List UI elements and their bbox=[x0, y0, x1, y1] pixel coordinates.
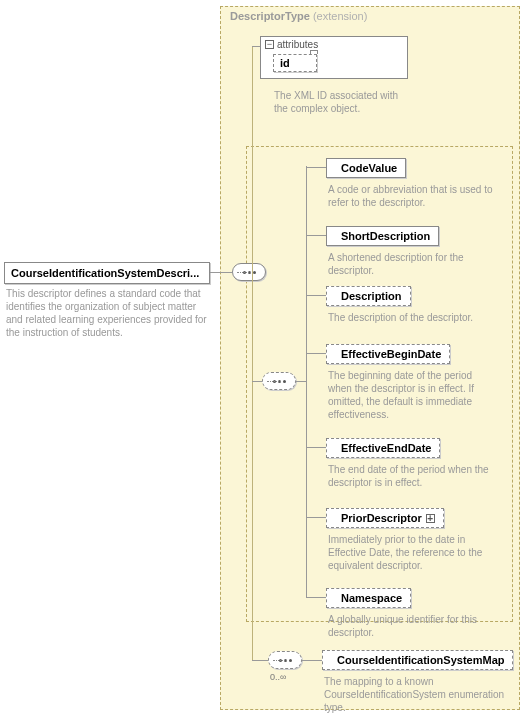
attributes-group[interactable]: − attributes id bbox=[260, 36, 408, 79]
element-courseidentificationsystemmap[interactable]: CourseIdentificationSystemMap The mappin… bbox=[322, 650, 518, 713]
connector bbox=[302, 660, 322, 661]
connector bbox=[306, 517, 326, 518]
connector bbox=[210, 272, 232, 273]
attribute-id-desc: The XML ID associated with the complex o… bbox=[272, 89, 412, 115]
connector bbox=[306, 295, 326, 296]
root-element-desc: This descriptor defines a standard code … bbox=[4, 287, 210, 339]
multiplicity-label: 0..∞ bbox=[270, 672, 286, 682]
root-element-label: CourseIdentificationSystemDescri... bbox=[4, 262, 210, 284]
connector bbox=[252, 660, 268, 661]
connector bbox=[252, 46, 260, 47]
element-label: EffectiveBeginDate bbox=[341, 348, 441, 360]
element-label: PriorDescriptor bbox=[341, 512, 422, 524]
element-label: CodeValue bbox=[341, 162, 397, 174]
element-desc: A code or abbreviation that is used to r… bbox=[326, 183, 496, 209]
extension-type-name: DescriptorType bbox=[230, 10, 310, 22]
extension-suffix: (extension) bbox=[313, 10, 367, 22]
element-label: EffectiveEndDate bbox=[341, 442, 431, 454]
element-label: Description bbox=[341, 290, 402, 302]
element-effectiveenddate[interactable]: EffectiveEndDate The end date of the per… bbox=[326, 438, 496, 489]
element-desc: The mapping to a known CourseIdentificat… bbox=[322, 675, 508, 713]
sequence-compositor-outer[interactable] bbox=[232, 263, 266, 281]
element-desc: Immediately prior to the date in Effecti… bbox=[326, 533, 496, 572]
connector bbox=[306, 235, 326, 236]
sequence-compositor-tail[interactable] bbox=[268, 651, 302, 669]
element-desc: The description of the descriptor. bbox=[326, 311, 496, 324]
element-effectivebegindate[interactable]: EffectiveBeginDate The beginning date of… bbox=[326, 344, 496, 421]
element-label: Namespace bbox=[341, 592, 402, 604]
root-element[interactable]: CourseIdentificationSystemDescri... This… bbox=[4, 262, 210, 339]
element-desc: A shortened description for the descript… bbox=[326, 251, 496, 277]
connector bbox=[306, 447, 326, 448]
connector bbox=[306, 167, 326, 168]
attributes-header: − attributes bbox=[265, 39, 403, 50]
element-desc: The end date of the period when the desc… bbox=[326, 463, 496, 489]
attributes-label: attributes bbox=[277, 39, 318, 50]
extension-label: DescriptorType (extension) bbox=[230, 10, 367, 22]
element-desc: The beginning date of the period when th… bbox=[326, 369, 496, 421]
connector bbox=[306, 597, 326, 598]
attribute-id-label: id bbox=[273, 54, 317, 72]
sequence-compositor-inner[interactable] bbox=[262, 372, 296, 390]
element-codevalue[interactable]: CodeValue A code or abbreviation that is… bbox=[326, 158, 496, 209]
expand-icon[interactable]: + bbox=[426, 514, 435, 523]
element-priordescriptor[interactable]: PriorDescriptor+ Immediately prior to th… bbox=[326, 508, 496, 572]
connector bbox=[296, 381, 306, 382]
element-label: CourseIdentificationSystemMap bbox=[337, 654, 504, 666]
attribute-id[interactable]: id bbox=[273, 54, 317, 72]
connector bbox=[252, 46, 253, 660]
connector bbox=[306, 166, 307, 598]
connector bbox=[306, 353, 326, 354]
element-namespace[interactable]: Namespace A globally unique identifier f… bbox=[326, 588, 496, 639]
collapse-icon[interactable]: − bbox=[265, 40, 274, 49]
element-desc: A globally unique identifier for this de… bbox=[326, 613, 486, 639]
element-label: ShortDescription bbox=[341, 230, 430, 242]
element-description[interactable]: Description The description of the descr… bbox=[326, 286, 496, 324]
element-shortdescription[interactable]: ShortDescription A shortened description… bbox=[326, 226, 496, 277]
connector bbox=[252, 381, 262, 382]
